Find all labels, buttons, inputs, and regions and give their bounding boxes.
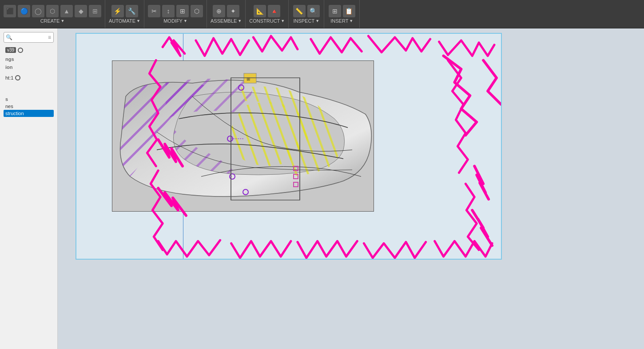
automate-arrow: ▼ (136, 19, 140, 23)
viewport[interactable]: ⊞ (76, 33, 502, 260)
model-box: ⊞ (112, 60, 374, 212)
modify-icon-1[interactable]: ✂ (148, 5, 160, 17)
panel-item-struction[interactable]: struction (4, 110, 54, 117)
model-svg: ⊞ (112, 61, 374, 212)
construct-label[interactable]: CONSTRUCT ▼ (249, 18, 285, 24)
toolbar-group-construct: 📐 🔺 CONSTRUCT ▼ (246, 0, 289, 28)
icon-box (244, 73, 256, 83)
modify-arrow: ▼ (183, 19, 187, 23)
inspect-icon-1[interactable]: 📏 (293, 5, 306, 17)
inspect-icon-2[interactable]: 🔍 (307, 5, 320, 17)
create-icon-3[interactable]: ◯ (32, 5, 44, 17)
search-box[interactable]: 🔍 ≡ (4, 32, 54, 43)
search-filter-icon: ≡ (48, 34, 51, 40)
version-dot[interactable] (18, 48, 23, 53)
search-input[interactable] (12, 35, 48, 40)
create-icon-6[interactable]: ◆ (75, 5, 87, 17)
icon-box-text: ⊞ (246, 76, 250, 81)
modify-icon-4[interactable]: ⬡ (191, 5, 203, 17)
assemble-icon-2[interactable]: ✦ (227, 5, 239, 17)
modify-icon-3[interactable]: ⊞ (176, 5, 189, 17)
modify-icon-2[interactable]: ↕ (162, 5, 175, 17)
section-s: s (5, 96, 54, 102)
insert-icon-2[interactable]: 📋 (343, 5, 355, 17)
create-icon-2[interactable]: 🔵 (18, 5, 30, 17)
automate-icon-2[interactable]: 🔧 (126, 5, 138, 17)
modify-label[interactable]: MODIFY ▼ (163, 18, 187, 24)
inspect-icons: 📏 🔍 (293, 5, 320, 17)
assemble-label[interactable]: ASSEMBLE ▼ (211, 18, 242, 24)
construct-icons: 📐 🔺 (254, 5, 280, 17)
automate-label[interactable]: AUTOMATE ▼ (109, 18, 140, 24)
yellow-overlay-2 (230, 102, 309, 166)
search-icon: 🔍 (6, 34, 12, 40)
version-label: v39 (5, 47, 16, 53)
toolbar: ⬛ 🔵 ◯ ⬡ ▲ ◆ ⊞ CREATE ▼ ⚡ 🔧 AUTOMATE ▼ ✂ … (0, 0, 644, 28)
assemble-arrow: ▼ (238, 19, 242, 23)
toolbar-group-create: ⬛ 🔵 ◯ ⬡ ▲ ◆ ⊞ CREATE ▼ (0, 0, 105, 28)
assemble-icon-1[interactable]: ⊕ (213, 5, 225, 17)
insert-icon-1[interactable]: ⊞ (329, 5, 341, 17)
automate-icons: ⚡ 🔧 (111, 5, 138, 17)
section-ion: ion (5, 64, 54, 70)
create-icon-1[interactable]: ⬛ (4, 5, 16, 17)
create-label[interactable]: CREATE ▼ (40, 18, 65, 24)
create-icon-7[interactable]: ⊞ (89, 5, 101, 17)
panel-item-nes[interactable]: nes (4, 103, 54, 110)
create-icon-4[interactable]: ⬡ (46, 5, 59, 17)
inspect-label[interactable]: INSPECT ▼ (293, 18, 319, 24)
create-icon-5[interactable]: ▲ (60, 5, 73, 17)
automate-icon-1[interactable]: ⚡ (111, 5, 124, 17)
toolbar-group-inspect: 📏 🔍 INSPECT ▼ (289, 0, 324, 28)
version-row: v39 (4, 46, 54, 54)
insert-icons: ⊞ 📋 (329, 5, 355, 17)
construct-arrow: ▼ (281, 19, 285, 23)
toolbar-group-insert: ⊞ 📋 INSERT ▼ (324, 0, 360, 28)
toolbar-group-modify: ✂ ↕ ⊞ ⬡ MODIFY ▼ (144, 0, 207, 28)
toolbar-group-automate: ⚡ 🔧 AUTOMATE ▼ (105, 0, 144, 28)
main-canvas: ⊞ (58, 28, 644, 349)
toolbar-group-assemble: ⊕ ✦ ASSEMBLE ▼ (207, 0, 246, 28)
modify-icons: ✂ ↕ ⊞ ⬡ (148, 5, 203, 17)
slider-dot[interactable] (15, 75, 20, 80)
assemble-icons: ⊕ ✦ (213, 5, 239, 17)
left-panel: 🔍 ≡ v39 ngs ion ht:1 s nes struction (0, 28, 58, 349)
section-ngs: ngs (5, 56, 54, 62)
insert-arrow: ▼ (349, 19, 353, 23)
insert-label[interactable]: INSERT ▼ (330, 18, 353, 24)
create-icons: ⬛ 🔵 ◯ ⬡ ▲ ◆ ⊞ (4, 5, 101, 17)
construct-icon-1[interactable]: 📐 (254, 5, 266, 17)
slider-label: ht:1 (5, 75, 13, 80)
slider-row: ht:1 (4, 74, 54, 81)
construct-icon-2[interactable]: 🔺 (268, 5, 280, 17)
inspect-arrow: ▼ (315, 19, 319, 23)
create-arrow: ▼ (60, 19, 64, 23)
